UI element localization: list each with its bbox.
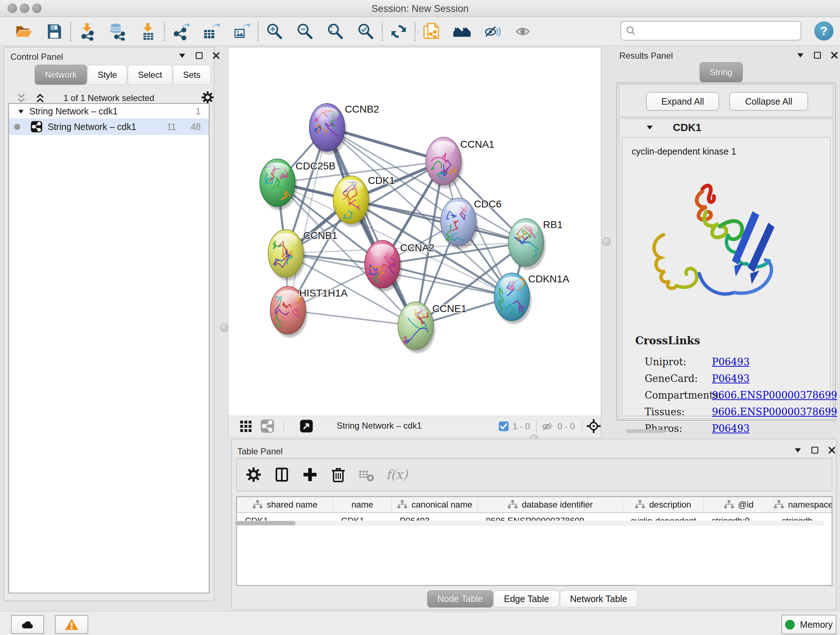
gene-description: cyclin-dependent kinase 1	[632, 146, 736, 157]
search-icon	[625, 25, 636, 36]
birds-eye-view-icon[interactable]	[299, 419, 314, 433]
zoom-fit-button[interactable]	[326, 22, 345, 41]
gene-caret-icon[interactable]	[645, 123, 654, 132]
collapse-panel-icon[interactable]	[796, 51, 805, 60]
zoom-in-button[interactable]	[265, 22, 284, 41]
fit-selected-crosshair-icon[interactable]	[586, 418, 602, 434]
node-label-CCNE1: CCNE1	[432, 303, 467, 314]
show-columns-icon[interactable]	[273, 466, 291, 483]
table-hscroll-track[interactable]	[234, 521, 824, 526]
network-options-gear-icon[interactable]	[201, 90, 215, 105]
save-session-icon	[45, 22, 63, 41]
crosslink-link[interactable]: P06493	[712, 373, 750, 384]
export-image-icon	[233, 22, 251, 41]
export-network-button[interactable]	[172, 22, 190, 41]
network-collection-row[interactable]: String Network – cdk1 1	[9, 104, 209, 119]
refresh-view-button[interactable]	[389, 22, 408, 41]
delete-column-icon[interactable]	[330, 466, 347, 483]
column-header-database-identifier[interactable]: database identifier	[478, 497, 622, 512]
tab-network-table[interactable]: Network Table	[560, 591, 638, 608]
table-settings-gear-icon[interactable]	[245, 466, 262, 483]
help-icon: ?	[820, 24, 828, 38]
memory-label: Memory	[800, 619, 832, 630]
results-hscroll-thumb[interactable]	[626, 429, 666, 433]
title-bar: Session: New Session	[0, 0, 840, 17]
network-node-RB1[interactable]: RB1	[508, 219, 562, 270]
export-table-button[interactable]	[202, 22, 221, 41]
network-row[interactable]: String Network – cdk1 11 48	[9, 119, 209, 135]
zoom-out-button[interactable]	[295, 22, 314, 41]
column-header-description[interactable]: description	[622, 497, 704, 512]
crosslink-link[interactable]: P06493	[712, 356, 750, 367]
export-image-button[interactable]	[232, 22, 251, 41]
tab-network[interactable]: Network	[35, 65, 87, 85]
tab-node-table[interactable]: Node Table	[427, 591, 493, 608]
clone-network-button[interactable]	[422, 22, 441, 41]
search-box[interactable]	[621, 21, 801, 41]
crosslink-link[interactable]: 9606.ENSP00000378699	[712, 390, 837, 401]
crosslink-link[interactable]: 9606.ENSP00000378699	[712, 406, 837, 417]
left-splitter-handle[interactable]	[220, 323, 229, 332]
hide-results-button[interactable]	[483, 22, 502, 41]
save-session-button[interactable]	[45, 22, 64, 41]
help-button[interactable]: ?	[814, 21, 834, 41]
zoom-selected-button[interactable]	[356, 22, 375, 41]
tab-edge-table[interactable]: Edge Table	[494, 591, 559, 608]
collapse-panel-icon[interactable]	[793, 446, 802, 455]
right-splitter-handle[interactable]	[602, 237, 611, 246]
selected-nodes-checkbox[interactable]	[499, 421, 508, 431]
network-node-HIST1H1A[interactable]: HIST1H1A	[270, 287, 347, 337]
collection-caret-icon[interactable]	[17, 107, 25, 115]
column-header-namespace[interactable]: namespace	[774, 497, 832, 512]
cloud-status-button[interactable]	[11, 615, 44, 634]
hide-results-icon	[483, 22, 501, 41]
network-selection-status: 1 of 1 Network selected	[4, 93, 214, 103]
table-hscroll-thumb[interactable]	[235, 521, 295, 525]
tab-string[interactable]: String	[699, 62, 743, 82]
gene-section-header[interactable]: CDK1	[619, 119, 833, 136]
network-node-CDKN1A[interactable]: CDKN1A	[494, 273, 569, 324]
node-label-HIST1H1A: HIST1H1A	[299, 287, 347, 299]
memory-button[interactable]: Memory	[782, 615, 836, 634]
network-overview-icon[interactable]	[260, 419, 275, 433]
tab-select[interactable]: Select	[128, 65, 172, 85]
open-session-button[interactable]	[14, 22, 33, 41]
expand-all-button[interactable]: Expand All	[646, 92, 719, 111]
tab-sets[interactable]: Sets	[173, 65, 210, 85]
network-node-CCNB1[interactable]: CCNB1	[268, 230, 338, 280]
network-node-CDK1[interactable]: CDK1	[333, 175, 395, 227]
column-header-name[interactable]: name	[333, 497, 392, 512]
float-panel-icon[interactable]	[813, 51, 822, 60]
show-panel-button[interactable]	[513, 22, 532, 41]
network-node-CCNA1[interactable]: CCNA1	[426, 137, 494, 188]
crosslink-label: Uniprot:	[645, 356, 712, 367]
column-header-shared-name[interactable]: shared name	[237, 497, 333, 512]
network-node-CCNB2[interactable]: CCNB2	[309, 103, 379, 155]
toolbar-separator	[164, 22, 165, 41]
network-node-CDC25B[interactable]: CDC25B	[260, 159, 335, 210]
crosslink-link[interactable]: P06493	[712, 423, 750, 434]
warning-icon	[65, 617, 79, 632]
warnings-button[interactable]	[55, 615, 88, 634]
results-buttons-box: Expand All Collapse All	[619, 84, 834, 117]
float-panel-icon[interactable]	[810, 446, 819, 455]
column-header-id[interactable]: @id	[704, 497, 774, 512]
collapse-panel-icon[interactable]	[178, 51, 187, 60]
import-network-button[interactable]	[78, 22, 96, 41]
import-table-button[interactable]	[139, 22, 157, 41]
edge-count: 48	[191, 122, 201, 132]
close-panel-icon[interactable]	[212, 51, 221, 60]
column-header-canonical-name[interactable]: canonical name	[392, 497, 478, 512]
tab-style[interactable]: Style	[88, 65, 127, 85]
grid-view-icon[interactable]	[238, 419, 253, 433]
float-panel-icon[interactable]	[195, 51, 204, 60]
search-input[interactable]	[639, 25, 796, 36]
add-column-icon[interactable]	[302, 466, 319, 483]
network-node-CCNE1[interactable]: CCNE1	[398, 302, 467, 353]
collapse-all-button[interactable]: Collapse All	[729, 92, 808, 111]
close-panel-icon[interactable]	[827, 446, 836, 455]
string-home-button[interactable]	[453, 22, 471, 41]
import-database-button[interactable]	[108, 22, 127, 41]
close-panel-icon[interactable]	[830, 51, 839, 60]
network-canvas[interactable]: CCNB2 CCNA1 CDC25B CDK1 CDC6	[228, 48, 601, 416]
